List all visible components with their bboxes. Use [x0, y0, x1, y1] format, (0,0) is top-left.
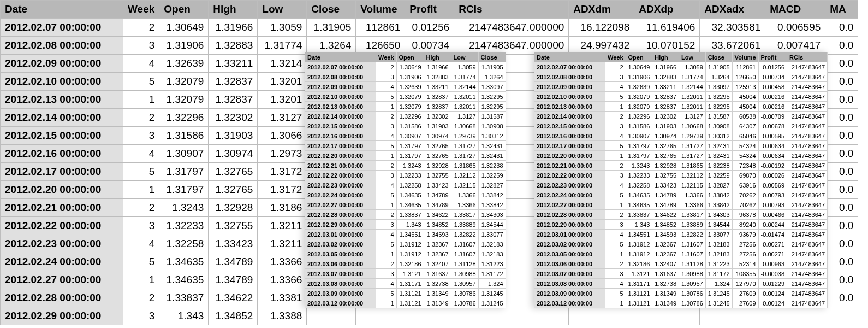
cell-volume[interactable]: 69870: [732, 171, 758, 180]
col-close[interactable]: Close: [478, 52, 506, 62]
col-low[interactable]: Low: [451, 52, 478, 62]
table-row[interactable]: 2012.03.01 00:00:0041.345511.345931.3282…: [305, 230, 506, 239]
cell-rcis[interactable]: 2147483647: [787, 239, 828, 249]
cell-high[interactable]: 1.31966: [209, 19, 258, 37]
table-row[interactable]: 2012.02.28 00:00:0021.338371.346221.3381…: [305, 210, 506, 220]
cell-low[interactable]: 1.3366: [451, 190, 478, 200]
table-row[interactable]: 2012.03.05 00:00:0011.319121.323671.3160…: [305, 249, 506, 259]
cell-volume[interactable]: [356, 307, 405, 325]
cell-rcis[interactable]: 2147483647: [787, 180, 828, 190]
cell-date[interactable]: 2012.02.14 00:00:00: [305, 112, 376, 121]
cell-close[interactable]: 1.32431: [478, 151, 506, 161]
cell-low[interactable]: 1.31865: [679, 161, 706, 171]
cell-week[interactable]: 3: [123, 127, 159, 145]
cell-open[interactable]: 1.32233: [396, 171, 424, 180]
col-adxdm[interactable]: ADXdm: [569, 1, 634, 19]
cell-close[interactable]: 1.33842: [705, 190, 732, 200]
table-row[interactable]: 2012.03.06 00:00:0021.321861.324071.3112…: [534, 259, 828, 269]
table-row[interactable]: 2012.03.12 00:00:0011.311211.313491.3078…: [534, 298, 828, 308]
cell-volume[interactable]: 127970: [732, 279, 758, 289]
table-row[interactable]: 2012.02.24 00:00:0051.346351.347891.3366…: [534, 190, 828, 200]
cell-week[interactable]: 1: [376, 200, 397, 210]
cell-open[interactable]: 1.31797: [159, 163, 209, 181]
cell-close[interactable]: 1.30312: [478, 131, 506, 141]
cell-close[interactable]: 1.34303: [705, 210, 732, 220]
cell-week[interactable]: 3: [376, 72, 397, 82]
cell-week[interactable]: 1: [605, 249, 626, 259]
cell-date[interactable]: 2012.03.08 00:00:00: [534, 279, 605, 289]
cell-date[interactable]: 2012.02.15 00:00:00: [534, 121, 605, 131]
cell-open[interactable]: 1.31906: [626, 72, 652, 82]
cell-rcis[interactable]: 2147483647: [787, 200, 828, 210]
cell-close[interactable]: 1.32238: [478, 161, 506, 171]
cell-week[interactable]: 4: [123, 145, 159, 163]
cell-high[interactable]: 1.32837: [424, 102, 451, 112]
cell-date[interactable]: 2012.03.05 00:00:00: [305, 249, 376, 259]
cell-profit[interactable]: 0.00124: [758, 298, 787, 308]
cell-week[interactable]: 3: [123, 307, 159, 325]
cell-open[interactable]: 1.32186: [626, 259, 652, 269]
cell-low[interactable]: 1.2973: [258, 145, 307, 163]
cell-high[interactable]: 1.30974: [652, 131, 679, 141]
cell-rcis[interactable]: 2147483647: [787, 62, 828, 72]
cell-date[interactable]: 2012.02.10 00:00:00: [305, 92, 376, 102]
cell-week[interactable]: 5: [605, 92, 626, 102]
cell-week[interactable]: 2: [376, 161, 397, 171]
cell-open[interactable]: 1.30907: [159, 145, 209, 163]
cell-date[interactable]: 2012.02.15 00:00:00: [1, 127, 123, 145]
table-row[interactable]: 2012.02.16 00:00:0041.309071.309741.2973…: [534, 131, 828, 141]
cell-date[interactable]: 2012.02.20 00:00:00: [534, 151, 605, 161]
cell-close[interactable]: 1.31172: [478, 269, 506, 279]
cell-rcis[interactable]: 2147483647: [787, 298, 828, 308]
cell-close[interactable]: 1.32238: [705, 161, 732, 171]
cell-high[interactable]: 1.32928: [424, 161, 451, 171]
cell-open[interactable]: 1.34551: [396, 230, 424, 239]
table-row[interactable]: 2012.03.02 00:00:0051.319121.323671.3160…: [305, 239, 506, 249]
table-row[interactable]: 2012.03.05 00:00:0011.319121.323671.3160…: [534, 249, 828, 259]
cell-rcis[interactable]: 2147483647: [787, 220, 828, 230]
cell-date[interactable]: 2012.02.09 00:00:00: [534, 82, 605, 92]
cell-rcis[interactable]: 2147483647: [787, 141, 828, 151]
cell-low[interactable]: 1.3388: [258, 307, 307, 325]
cell-close[interactable]: 1.3264: [705, 72, 732, 82]
cell-profit[interactable]: 0.00124: [758, 289, 787, 298]
cell-mac[interactable]: 0.0: [825, 181, 858, 199]
cell-mac[interactable]: 0.0: [825, 253, 858, 271]
cell-high[interactable]: 1.34593: [424, 230, 451, 239]
cell-date[interactable]: 2012.02.17 00:00:00: [534, 141, 605, 151]
cell-close[interactable]: 1.33842: [478, 200, 506, 210]
cell-high[interactable]: 1.32755: [652, 171, 679, 180]
cell-week[interactable]: 3: [376, 269, 397, 279]
cell-open[interactable]: 1.3121: [396, 269, 424, 279]
cell-open[interactable]: 1.30649: [626, 62, 652, 72]
table-row[interactable]: 2012.02.10 00:00:0051.320791.328371.3201…: [305, 92, 506, 102]
cell-low[interactable]: 1.33889: [451, 220, 478, 230]
table-row[interactable]: 2012.02.14 00:00:0021.322961.323021.3127…: [534, 112, 828, 121]
cell-high[interactable]: 1.32738: [652, 279, 679, 289]
cell-open[interactable]: 1.3121: [626, 269, 652, 279]
cell-volume[interactable]: 27256: [732, 239, 758, 249]
cell-profit[interactable]: 0.00466: [758, 210, 787, 220]
cell-low[interactable]: 1.33889: [679, 220, 706, 230]
cell-open[interactable]: 1.34635: [626, 190, 652, 200]
cell-date[interactable]: 2012.02.16 00:00:00: [305, 131, 376, 141]
cell-date[interactable]: 2012.02.08 00:00:00: [534, 72, 605, 82]
cell-date[interactable]: 2012.02.20 00:00:00: [1, 181, 123, 199]
cell-week[interactable]: 5: [376, 190, 397, 200]
cell-open[interactable]: 1.31121: [396, 289, 424, 298]
cell-close[interactable]: 1.324: [705, 279, 732, 289]
cell-high[interactable]: 1.32367: [652, 239, 679, 249]
cell-mac[interactable]: 0.0: [825, 271, 858, 289]
cell-high[interactable]: 1.34852: [209, 307, 258, 325]
cell-open[interactable]: 1.34635: [626, 200, 652, 210]
cell-close[interactable]: 1.32295: [705, 102, 732, 112]
cell-date[interactable]: 2012.02.07 00:00:00: [305, 62, 376, 72]
cell-close[interactable]: 1.32183: [705, 239, 732, 249]
cell-week[interactable]: 2: [123, 289, 159, 307]
cell-rcis[interactable]: 2147483647: [787, 112, 828, 121]
cell-low[interactable]: 1.3172: [258, 181, 307, 199]
col-high[interactable]: High: [652, 52, 679, 62]
cell-close[interactable]: 1.32259: [705, 171, 732, 180]
cell-open[interactable]: 1.30649: [396, 62, 424, 72]
cell-close[interactable]: 1.33097: [705, 82, 732, 92]
